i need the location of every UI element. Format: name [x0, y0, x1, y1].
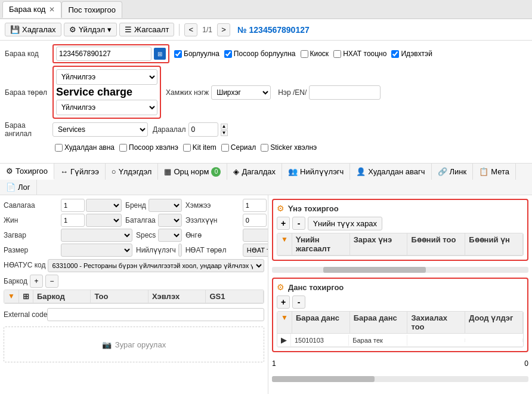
daraalal-label: Дараалал	[153, 125, 186, 134]
jin-unit-select[interactable]	[86, 214, 122, 227]
specs-select[interactable]	[158, 229, 181, 242]
ezelhuun-input[interactable]	[243, 214, 267, 227]
row-expand[interactable]: ▶	[277, 334, 291, 346]
actions-button[interactable]: ⚙ Үйлдэл ▾	[64, 23, 117, 36]
posoor-hvelnee-checkbox[interactable]	[119, 144, 127, 152]
save-icon: 💾	[10, 25, 20, 34]
tab-orts-norm[interactable]: ▦ Орц норм 0	[158, 164, 227, 180]
niilüülegch-select2[interactable]	[178, 244, 182, 257]
tab-tokhirgoo[interactable]: ⚙ Тохиргоо	[0, 164, 54, 180]
savlagaa-unit-select[interactable]	[86, 199, 122, 212]
nhvat-kod-select[interactable]: 6331000 - Рестораны бүрэн үйлчилгээтэй х…	[48, 259, 264, 272]
data-remove-btn[interactable]: -	[292, 296, 305, 309]
table-row[interactable]: ▶ 15010103 Бараа тек	[277, 334, 523, 347]
jin-input[interactable]	[61, 214, 85, 227]
borluulna-checkbox-item: Борлуулна	[174, 50, 219, 58]
price-history-label: Үнийн түүх харах	[313, 219, 377, 228]
ezelhuun-label: Эзэлхүүн	[185, 216, 239, 224]
data-action-btns: + -	[277, 296, 524, 309]
serial-checkbox[interactable]	[221, 144, 229, 152]
khudaldanAvna-checkbox[interactable]	[55, 144, 63, 152]
kit-item-checkbox[interactable]	[183, 144, 191, 152]
tab-meta[interactable]: 📋 Мета	[473, 164, 516, 180]
left-panel: Савлагаа Бренд Хэмжээ Үйлдвэрлэгч	[0, 195, 268, 394]
baraa-kod-input[interactable]	[56, 47, 151, 61]
tab-link[interactable]: 🔗 Линк	[432, 164, 474, 180]
razmer-field: Нийлүүлэгч	[61, 244, 182, 257]
posoor-hvelnee-label: Посоор хвэлнэ	[129, 143, 178, 152]
prev-button[interactable]: <	[184, 23, 197, 36]
baraa-angilal-select[interactable]: Services	[52, 122, 148, 137]
bottom-scroll-thumb[interactable]	[272, 376, 375, 382]
image-upload-area[interactable]: 📷 Зураг оруулах	[4, 327, 264, 362]
zagvar-field: Specs	[61, 229, 182, 242]
batalgaa-label: Баталгаа	[125, 216, 156, 224]
barcode-remove-btn[interactable]: −	[45, 275, 58, 288]
external-code-input[interactable]	[47, 308, 264, 321]
right-panel: ⚙ Үнэ тохиргоо + - Үнийн түүх харах ▼	[268, 195, 532, 394]
brend-select[interactable]	[149, 199, 182, 212]
hemjee-input[interactable]	[243, 199, 267, 212]
nhvat-torol-select[interactable]: НӨАТ тооцно (1)	[243, 244, 268, 257]
ezelhuun-field: Дэд насжилт ▲ ▼	[243, 214, 268, 227]
data-baraa-dans-2-col: Бараа данс	[350, 312, 408, 333]
barcode-icon-col: ⊞	[19, 290, 33, 303]
kiosk-checkbox[interactable]	[301, 50, 308, 58]
ner-en-input[interactable]	[309, 85, 381, 100]
tab-pos-tokhirgoo[interactable]: Пос тохиргоо	[61, 1, 122, 18]
ner-en-label: Нэр /EN/	[278, 88, 307, 97]
borluulna-checkbox[interactable]	[174, 50, 182, 58]
tab-log[interactable]: 📄 Лог	[0, 180, 37, 195]
tab-niilüülegch[interactable]: 👥 Нийлүүлэгч	[282, 164, 350, 180]
tab-khudaldanAvagch[interactable]: 👤 Худалдан авагч	[350, 164, 431, 180]
barcode-add-btn[interactable]: +	[30, 275, 43, 288]
meta-icon: 📋	[479, 167, 488, 176]
daraalal-down[interactable]: ▼	[221, 130, 228, 136]
razmer-select[interactable]	[61, 244, 132, 257]
price-table-header: ▼ Үнийн жагсаалт Зарах үнэ Бөөний тоо Бө	[277, 233, 523, 256]
idevhtei-checkbox[interactable]	[391, 50, 399, 58]
tab-bar: Бараа код ✕ Пос тохиргоо	[0, 0, 532, 19]
scroll-bar-h[interactable]	[272, 267, 528, 273]
posoor-checkbox[interactable]	[224, 50, 232, 58]
hamjih-neg-label: Хамжих нэгж	[166, 88, 209, 97]
filter-icon: ▼	[8, 292, 15, 300]
hamjih-neg-select[interactable]: Ширхэг	[211, 85, 271, 100]
daraalal-input[interactable]	[188, 122, 218, 137]
sticker-checkbox-item: Sticker хвэлнэ	[261, 143, 317, 152]
batalgaa-select[interactable]	[158, 214, 182, 227]
zagvar-select[interactable]	[61, 229, 132, 242]
tab-baraa-kod-close[interactable]: ✕	[49, 5, 55, 14]
tab-guilgee[interactable]: ↔ Гүйлгээ	[54, 164, 106, 180]
savlagaa-input[interactable]	[61, 199, 85, 212]
tab-baraa-kod[interactable]: Бараа код ✕	[2, 1, 61, 18]
content-panels: Савлагаа Бренд Хэмжээ Үйлдвэрлэгч	[0, 195, 532, 394]
data-baraa-dans-1-col: Бараа данс	[292, 312, 350, 333]
orts-icon: ▦	[164, 167, 171, 176]
price-history-btn[interactable]: Үнийн түүх харах	[308, 217, 382, 230]
barcode-col-label: Баркод	[37, 292, 65, 301]
onge-select[interactable]	[243, 229, 268, 242]
sticker-checkbox[interactable]	[261, 144, 268, 152]
price-remove-btn[interactable]: -	[292, 217, 305, 230]
tab-uldegdel[interactable]: ○ Үлдэгдэл	[106, 164, 159, 180]
baraa-bulg-select[interactable]: Үйлчилгээ	[56, 100, 157, 115]
baraa-torol-select[interactable]: Үйлчилгээ	[56, 69, 157, 85]
nhvat-kod-label: НӨАТУС код	[4, 259, 45, 269]
orts-label: Орц норм	[174, 167, 209, 176]
nhvat-checkbox[interactable]	[333, 50, 341, 58]
actions-icon: ⚙	[69, 25, 76, 34]
schedule-button[interactable]: ☰ Жагсаалт	[119, 23, 174, 36]
price-add-btn[interactable]: +	[277, 217, 290, 230]
save-button[interactable]: 💾 Хадгалах	[5, 23, 61, 36]
next-button[interactable]: >	[217, 23, 230, 36]
data-add-btn[interactable]: +	[277, 296, 290, 309]
daraalal-up[interactable]: ▲	[221, 124, 228, 130]
tab-dagaldakh[interactable]: ◈ Дагалдах	[227, 164, 282, 180]
bottom-scroll-bar[interactable]	[272, 376, 528, 382]
kit-item-checkbox-item: Kit item	[183, 143, 216, 152]
price-boonil-un-label: Бөөний үн	[469, 235, 510, 244]
link-icon: 🔗	[438, 167, 447, 176]
scroll-thumb[interactable]	[323, 267, 426, 273]
checkbox-row-2: Худалдан авна Посоор хвэлнэ Kit item Сер…	[55, 140, 527, 155]
